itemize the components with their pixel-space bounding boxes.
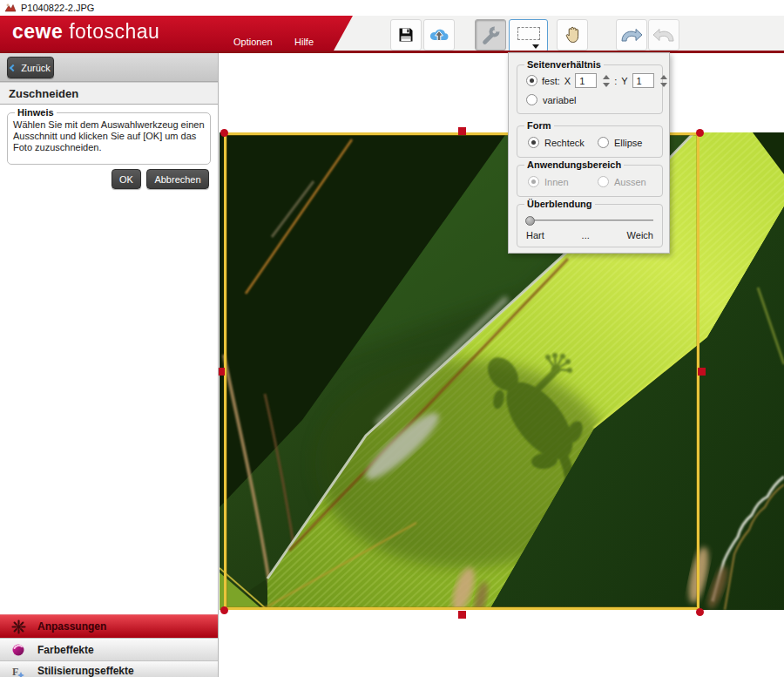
undo-arrow-icon xyxy=(652,27,676,43)
aspect-ratio-legend: Seitenverhältnis xyxy=(524,59,604,70)
menu-hilfe[interactable]: Hilfe xyxy=(294,37,314,47)
back-button[interactable]: Zurück xyxy=(7,57,54,78)
category-label: Stilisierungseffekte xyxy=(37,665,134,677)
hint-legend: Hinweis xyxy=(15,107,57,118)
selection-tool-button[interactable] xyxy=(509,19,548,52)
chevron-left-icon xyxy=(10,64,17,71)
aspect-ratio-group: Seitenverhältnis fest: X 1 : Y 1 variabe… xyxy=(517,64,663,114)
blend-slider[interactable] xyxy=(526,216,653,226)
cancel-button[interactable]: Abbrechen xyxy=(146,169,209,189)
shape-group: Form Rechteck Ellipse xyxy=(517,125,663,158)
redo-button[interactable] xyxy=(616,19,647,51)
ok-button[interactable]: OK xyxy=(112,169,141,189)
window-titlebar: P1040822-2.JPG xyxy=(0,0,784,16)
category-label: Anpassungen xyxy=(37,620,106,633)
shape-rectangle-radio[interactable] xyxy=(528,137,539,148)
aspect-fixed-radio[interactable] xyxy=(526,75,537,86)
spin-up-icon[interactable] xyxy=(603,75,610,79)
crop-handle-top-right[interactable] xyxy=(696,129,704,137)
hand-icon xyxy=(564,25,581,44)
scope-legend: Anwendungsbereich xyxy=(524,159,624,170)
redo-arrow-icon xyxy=(619,27,644,43)
aspect-variable-radio[interactable] xyxy=(526,94,537,105)
spin-down-icon[interactable] xyxy=(660,83,667,87)
shape-ellipse-label: Ellipse xyxy=(614,138,642,148)
scope-inner-label: Innen xyxy=(544,177,569,187)
editor-canvas[interactable] xyxy=(219,53,784,677)
aspect-x-input[interactable]: 1 xyxy=(575,73,597,88)
blend-slider-track[interactable] xyxy=(526,220,653,222)
blend-legend: Überblendung xyxy=(524,199,595,209)
crop-handle-middle-right[interactable] xyxy=(698,368,706,376)
panel-title: Zuschneiden xyxy=(0,82,218,105)
selection-rectangle-icon xyxy=(517,27,540,40)
aspect-x-spinner[interactable] xyxy=(603,75,610,87)
aspect-fixed-label: fest: xyxy=(542,76,560,86)
hint-text: Wählen Sie mit dem Auswahlwerkzeug einen… xyxy=(8,113,210,153)
blend-soft-label: Weich xyxy=(627,230,653,240)
blend-slider-handle[interactable] xyxy=(525,216,535,226)
save-button[interactable] xyxy=(390,19,422,51)
category-farbeffekte[interactable]: Farbeffekte xyxy=(0,638,218,660)
app-header: cewe fotoschau Optionen Hilfe xyxy=(0,16,784,51)
crop-handle-top-middle[interactable] xyxy=(458,127,466,135)
back-button-label: Zurück xyxy=(21,63,51,73)
aspect-variable-label: variabel xyxy=(543,95,577,105)
scope-group: Anwendungsbereich Innen Aussen xyxy=(517,165,663,197)
window-title: P1040822-2.JPG xyxy=(21,3,94,13)
scope-outer-radio xyxy=(598,176,609,187)
shape-legend: Form xyxy=(524,120,554,131)
blend-dots-label: ... xyxy=(582,230,590,240)
floppy-disk-icon xyxy=(397,26,415,44)
spin-up-icon[interactable] xyxy=(660,75,667,79)
category-label: Farbeffekte xyxy=(37,644,94,656)
aspect-y-label: Y xyxy=(621,76,627,86)
stylize-star-icon: F xyxy=(10,665,26,677)
category-stilisierungseffekte[interactable]: F Stilisierungseffekte xyxy=(0,660,218,677)
blend-hard-label: Hart xyxy=(526,230,544,240)
dropdown-caret-icon xyxy=(532,44,539,49)
aspect-x-label: X xyxy=(564,76,571,86)
left-panel: Zurück Zuschneiden Hinweis Wählen Sie mi… xyxy=(0,53,219,677)
aspect-y-spinner[interactable] xyxy=(660,75,667,87)
wrench-tool-button[interactable] xyxy=(475,19,506,51)
crop-handle-bottom-left[interactable] xyxy=(220,606,228,614)
selection-tool-popup: Seitenverhältnis fest: X 1 : Y 1 variabe… xyxy=(508,52,670,254)
blend-group: Überblendung Hart ... Weich xyxy=(517,204,663,247)
brand-bold: cewe xyxy=(12,20,63,43)
cloud-upload-icon xyxy=(429,26,449,44)
scope-outer-label: Aussen xyxy=(614,177,646,187)
spin-down-icon[interactable] xyxy=(603,83,610,87)
effects-accordion: Anpassungen Farbeffekte F Stilisierun xyxy=(0,614,218,677)
crop-handle-top-left[interactable] xyxy=(220,129,228,137)
aspect-y-input[interactable]: 1 xyxy=(632,73,654,88)
aspect-colon: : xyxy=(614,76,617,86)
shape-rectangle-label: Rechteck xyxy=(544,138,585,148)
brand-rest: fotoschau xyxy=(69,20,159,43)
sparkle-icon xyxy=(10,619,26,634)
category-anpassungen[interactable]: Anpassungen xyxy=(0,614,218,638)
menu-optionen[interactable]: Optionen xyxy=(233,37,273,47)
crop-handle-bottom-right[interactable] xyxy=(696,608,704,616)
color-swirl-icon xyxy=(10,642,26,658)
scope-inner-radio xyxy=(528,176,539,187)
upload-button[interactable] xyxy=(423,19,455,51)
shape-ellipse-radio[interactable] xyxy=(598,137,609,148)
brand-logo: cewe fotoschau xyxy=(12,20,159,44)
hint-box: Hinweis Wählen Sie mit dem Auswahlwerkze… xyxy=(7,112,211,165)
hand-tool-button[interactable] xyxy=(557,19,588,51)
app-icon xyxy=(4,3,17,13)
app-window: { "window": { "title": "P1040822-2.JPG" … xyxy=(0,0,784,677)
wrench-icon xyxy=(480,24,501,45)
undo-button[interactable] xyxy=(648,19,679,51)
crop-handle-bottom-middle[interactable] xyxy=(458,611,466,619)
panel-top-strip: Zurück xyxy=(0,53,218,82)
